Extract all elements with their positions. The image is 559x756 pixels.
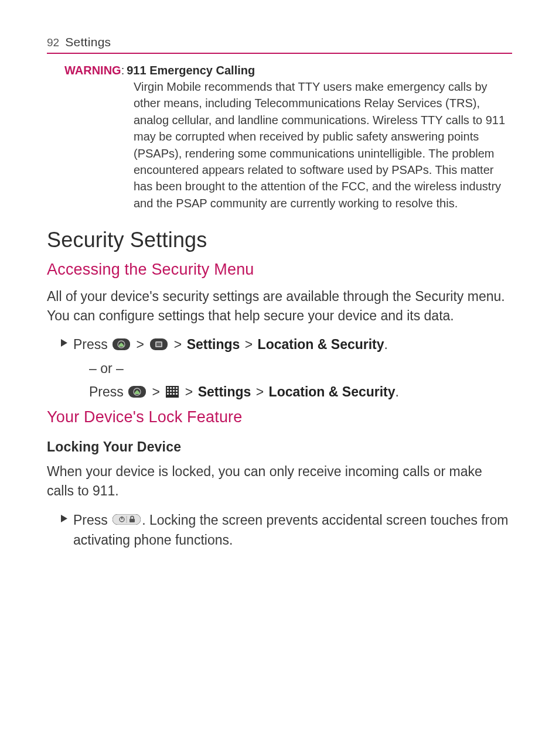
page-number: 92 — [47, 36, 59, 49]
press-label: Press — [73, 337, 111, 352]
location-security-label: Location & Security — [269, 384, 396, 399]
triangle-bullet-icon — [61, 515, 67, 522]
period: . — [396, 384, 399, 399]
svg-rect-15 — [167, 390, 169, 392]
sub-sub-heading-locking: Locking Your Device — [47, 439, 512, 455]
home-key-icon — [128, 386, 146, 398]
separator-gt: > — [256, 384, 268, 399]
settings-label: Settings — [198, 384, 251, 399]
power-lock-key-icon — [113, 514, 141, 525]
instruction-content-1a: Press > > Settings > Location & Security… — [73, 334, 512, 355]
svg-rect-17 — [173, 390, 175, 392]
home-key-icon — [113, 338, 130, 350]
svg-rect-22 — [176, 393, 178, 395]
section-heading: Security Settings — [47, 228, 512, 252]
instruction-block-1: Press > > Settings > Location & Security… — [61, 334, 512, 402]
svg-rect-18 — [176, 390, 178, 392]
svg-rect-19 — [167, 393, 169, 395]
separator-gt: > — [152, 384, 164, 399]
warning-label: WARNING — [64, 62, 121, 78]
instruction-block-2: Press . Locking the screen prevents acci… — [61, 510, 512, 550]
warning-heading-line: WARNING: 911 Emergency Calling — [64, 62, 512, 78]
svg-marker-23 — [61, 515, 67, 522]
location-security-label: Location & Security — [258, 337, 384, 352]
svg-rect-12 — [170, 387, 172, 389]
header-title: Settings — [65, 35, 111, 49]
paragraph-locking: When your device is locked, you can only… — [47, 462, 512, 500]
svg-marker-0 — [61, 339, 67, 347]
paragraph-accessing: All of your device's security settings a… — [47, 287, 512, 325]
subsection-heading-accessing: Accessing the Security Menu — [47, 261, 512, 279]
subsection-heading-lock: Your Device's Lock Feature — [47, 408, 512, 426]
separator-gt: > — [137, 337, 148, 352]
menu-key-icon — [150, 338, 168, 350]
instruction-row-2: Press . Locking the screen prevents acci… — [61, 510, 512, 550]
svg-rect-28 — [129, 519, 135, 522]
triangle-bullet-icon — [61, 339, 67, 347]
or-separator: – or – — [89, 358, 512, 379]
svg-rect-11 — [167, 387, 169, 389]
page-header: 92 Settings — [47, 35, 512, 54]
warning-body: Virgin Mobile recommends that TTY users … — [134, 78, 510, 211]
instruction-content-1b: Press > > Settings > Location & Security… — [89, 382, 512, 403]
separator-gt: > — [174, 337, 186, 352]
warning-block: WARNING: 911 Emergency Calling Virgin Mo… — [64, 62, 512, 211]
press-label: Press — [73, 512, 111, 528]
separator-gt: > — [185, 384, 197, 399]
svg-rect-14 — [176, 387, 178, 389]
svg-rect-13 — [173, 387, 175, 389]
settings-label: Settings — [187, 337, 240, 352]
instruction-row-1: Press > > Settings > Location & Security… — [61, 334, 512, 355]
period: . — [384, 337, 388, 352]
svg-rect-20 — [170, 393, 172, 395]
warning-subject: 911 Emergency Calling — [127, 62, 255, 78]
warning-colon: : — [121, 62, 125, 78]
apps-grid-icon — [166, 386, 179, 398]
press-label: Press — [89, 384, 127, 399]
instruction-content-2: Press . Locking the screen prevents acci… — [73, 510, 512, 550]
document-page: 92 Settings WARNING: 911 Emergency Calli… — [0, 0, 559, 580]
svg-rect-16 — [170, 390, 172, 392]
separator-gt: > — [245, 337, 257, 352]
svg-rect-21 — [173, 393, 175, 395]
